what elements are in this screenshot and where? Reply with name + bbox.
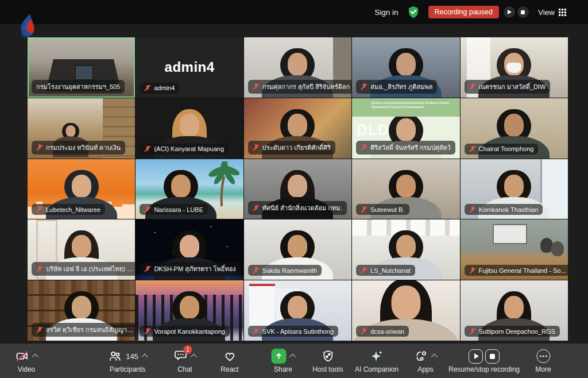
participant-tile[interactable]: ทัศนีย์ สำนักสิ่งแวดล้อม กทม. [244,159,351,219]
name-tag: Vorapot Kanokkantapong [140,326,230,337]
participant-tile[interactable]: Vorapot Kanokkantapong [136,280,243,341]
share-screen-icon [272,349,287,364]
chat-unread-badge: 1 [184,345,192,354]
muted-mic-icon [144,84,151,92]
participant-silhouette [500,111,528,144]
view-button[interactable]: View [538,8,566,17]
participant-tile[interactable]: DKSH-PM สุภัทรตรา โพธิ์ทอง [136,219,243,280]
participant-tile[interactable]: สมอ._สิรภัทร ภูติสมพล [352,37,459,98]
participant-name-label: Fujitsu General Thailand - So... [479,267,566,274]
participant-silhouette [67,233,96,265]
participant-tile[interactable]: Sakda Raemwanith [244,219,351,280]
participant-name-label: (ACI) Kanyarat Mapuang [154,145,224,152]
participant-tile[interactable]: กรมประมง ทวินันท์ ดาบเงิน [28,98,135,159]
resume-stop-recording-button[interactable]: Resume/stop recording [448,348,520,373]
muted-mic-icon [361,144,368,151]
participant-name-label: ทัศนีย์ สำนักสิ่งแวดล้อม กทม. [262,203,342,213]
participant-silhouette [63,124,78,140]
participant-silhouette [283,233,312,265]
host-tools-shield-icon [321,349,335,363]
resume-recording-toolbar-button[interactable] [469,349,483,364]
participant-tile[interactable]: Suttiporn Deepachoo_RGS [461,280,568,341]
stop-recording-toolbar-button[interactable] [485,349,500,364]
stop-icon [490,354,495,359]
chat-menu-caret[interactable] [191,354,197,360]
participant-tile[interactable]: กรมโรงงานอุตสาหกรรมฯ_505 [28,37,135,98]
muted-mic-icon [144,327,151,335]
participant-name-label: สมอ._สิรภัทร ภูติสมพล [370,82,432,92]
apps-button[interactable]: Apps [415,348,437,373]
participant-name-label: Sakda Raemwanith [262,267,317,274]
palm-tree-graphic [204,161,241,207]
muted-mic-icon [253,267,260,274]
name-tag: DKSH-PM สุภัทรตรา โพธิ์ทอง [140,262,240,276]
name-tag: เนตรชนก มาสวัสดิ์_DIW [465,80,551,94]
participant-tile[interactable]: Fujitsu General Thailand - So... [461,219,568,280]
participant-silhouette [175,111,204,144]
participants-button[interactable]: 145 Participants [108,348,147,373]
participant-name-label: Chairat Toomphong [479,145,534,152]
muted-mic-icon [36,206,43,213]
participant-tile[interactable]: admin4 admin4 [136,37,243,98]
participant-silhouette [175,233,204,265]
name-tag: สมอ._สิรภัทร ภูติสมพล [356,80,437,94]
muted-mic-icon [36,326,43,334]
participant-tile[interactable]: Lubetech_Nitwaree [28,159,135,219]
name-tag: สรวิศ ตุวิเชียร กรมสนธิสัญญาและก... [32,323,135,337]
participant-silhouette [167,172,195,205]
video-menu-caret[interactable] [32,354,38,360]
participant-silhouette [67,294,96,326]
participant-tile[interactable]: (ACI) Kanyarat Mapuang [136,98,243,159]
meeting-toolbar: Video 145 Participants 1 C [0,344,588,378]
participant-tile[interactable]: สรวิศ ตุวิเชียร กรมสนธิสัญญาและก... [28,280,135,341]
host-tools-button[interactable]: Host tools [312,348,343,373]
name-tag: (ACI) Kanyarat Mapuang [140,144,229,155]
share-button[interactable]: Share [272,348,295,373]
muted-mic-icon [361,206,368,213]
name-tag: Suteewut B. [356,204,409,215]
react-button[interactable]: React [220,348,238,373]
share-menu-caret[interactable] [289,354,296,360]
participants-menu-caret[interactable] [141,354,148,360]
resume-recording-button[interactable] [504,6,515,18]
participant-tile[interactable]: Chairat Toomphong [461,98,568,159]
more-label: More [535,365,551,373]
muted-mic-icon [144,145,151,153]
chat-button[interactable]: 1 Chat [174,348,196,373]
ai-sparkle-icon [370,349,384,363]
security-shield-icon[interactable] [408,6,419,18]
name-tag: Suttiporn Deepachoo_RGS [465,326,560,337]
play-icon [508,10,512,14]
participant-tile[interactable]: บริษัท เอฟ จี เอ (ประเทศไทย) จำกัด... [28,219,135,280]
name-tag: Sakda Raemwanith [248,265,322,276]
diw-flame-logo [16,13,38,38]
muted-mic-icon [469,145,476,153]
participant-tile[interactable]: Narissara - LUBE [136,159,243,219]
participant-tile[interactable]: Kornkanok Thasthian [461,159,568,219]
muted-mic-icon [361,327,368,335]
participant-tile[interactable]: dcsa-sriwan [352,280,459,341]
participant-tile[interactable]: เนตรชนก มาสวัสดิ์_DIW [461,37,568,98]
muted-mic-icon [36,265,43,273]
participant-tile[interactable]: Suteewut B. [352,159,459,219]
seated-person-graphic [551,241,564,256]
recording-paused-badge: Recording paused [428,6,499,18]
participant-silhouette [283,172,312,205]
participant-tile[interactable]: ประดับดาว เกียรติศักดิ์ศิริ [244,98,351,159]
stop-recording-button[interactable] [517,6,529,18]
muted-mic-icon [469,267,476,274]
ai-companion-button[interactable]: AI Companion [355,348,399,373]
participant-tile[interactable]: LS_Nutchanat [352,219,459,280]
host-tools-label: Host tools [312,365,343,373]
participant-silhouette [392,172,420,205]
participant-tile[interactable]: กรมศุลกากร สุกัลปี สิริจันทร์ดิลก [244,37,351,98]
apps-menu-caret[interactable] [431,354,438,360]
participant-name-label: Suttiporn Deepachoo_RGS [479,328,555,335]
video-button[interactable]: Video [16,348,38,373]
participant-tile[interactable]: Division of Animal Feed and Veterinary P… [352,98,459,159]
sign-in-button[interactable]: Sign in [374,8,398,17]
participant-tile[interactable]: SVK - Apisara Sutinthong [244,280,351,341]
participant-silhouette [392,51,420,83]
more-button[interactable]: More [535,348,551,373]
participant-silhouette [283,51,312,83]
